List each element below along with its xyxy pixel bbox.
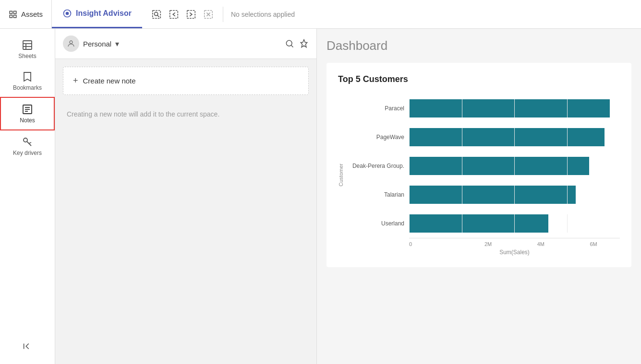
svg-rect-10	[187, 10, 195, 18]
sidebar: Sheets Bookmarks Notes Key drivers	[0, 29, 55, 364]
bar-fill	[409, 157, 589, 175]
svg-line-8	[157, 15, 159, 17]
svg-rect-0	[10, 11, 12, 13]
sidebar-bottom	[0, 337, 55, 357]
search-selections-icon[interactable]	[149, 7, 164, 22]
dashboard-title: Dashboard	[327, 38, 631, 53]
svg-rect-2	[10, 15, 12, 17]
y-axis-label: Customer	[338, 164, 344, 187]
bar-label: PageWave	[347, 134, 409, 141]
bar-label: Userland	[347, 220, 409, 227]
bar-track	[409, 214, 620, 233]
sidebar-item-bookmarks[interactable]: Bookmarks	[0, 65, 55, 97]
x-tick: 4M	[515, 241, 568, 247]
dashboard-area: Dashboard Top 5 Customers Customer Parac…	[317, 29, 641, 364]
bar-row: Userland	[347, 209, 620, 238]
bar-row: PageWave	[347, 123, 620, 152]
sidebar-item-notes[interactable]: Notes	[0, 97, 55, 130]
x-axis: 02M4M6M	[409, 238, 620, 247]
create-note-label: Create new note	[83, 77, 136, 85]
notes-icon	[22, 104, 33, 115]
bookmarks-icon	[22, 71, 33, 82]
bookmarks-label: Bookmarks	[13, 84, 42, 91]
x-tick: 6M	[567, 241, 620, 247]
bar-row: Deak-Perera Group.	[347, 152, 620, 180]
bar-fill	[409, 186, 576, 204]
chevron-down-icon: ▾	[115, 39, 119, 48]
assets-label: Assets	[21, 10, 43, 18]
pin-icon[interactable]	[299, 39, 309, 48]
x-tick: 2M	[462, 241, 515, 247]
insight-advisor-tab[interactable]: Insight Advisor	[52, 0, 142, 28]
svg-rect-3	[14, 15, 16, 17]
bar-track	[409, 186, 620, 204]
collapse-sidebar-button[interactable]	[18, 337, 36, 357]
key-drivers-icon	[22, 136, 33, 148]
bar-track	[409, 99, 620, 117]
svg-point-22	[24, 138, 27, 142]
clear-selections-icon[interactable]	[201, 7, 216, 22]
chart-title: Top 5 Customers	[338, 74, 620, 84]
insight-icon	[62, 9, 72, 18]
svg-rect-9	[170, 10, 178, 18]
toolbar-actions	[142, 7, 223, 22]
create-note-button[interactable]: + Create new note	[63, 67, 309, 95]
sheets-label: Sheets	[18, 53, 36, 59]
bar-track	[409, 128, 620, 146]
grid-icon	[9, 10, 17, 19]
chart-inner: Paracel PageWave Deak-Perera Group. Tala…	[347, 94, 620, 256]
svg-rect-1	[14, 11, 16, 13]
personal-label: Personal	[83, 40, 111, 48]
assets-tab[interactable]: Assets	[0, 0, 52, 28]
chart-card: Top 5 Customers Customer Paracel PageWav…	[327, 63, 631, 267]
back-icon[interactable]	[166, 7, 181, 22]
forward-icon[interactable]	[183, 7, 199, 22]
notes-header: Personal ▾	[55, 29, 316, 59]
sheets-icon	[22, 39, 33, 51]
no-selections-label: No selections applied	[223, 11, 302, 18]
bar-fill	[409, 214, 548, 233]
notes-header-actions	[285, 39, 309, 48]
bar-row: Paracel	[347, 94, 620, 123]
bar-label: Paracel	[347, 105, 409, 112]
notes-hint-text: Creating a new note will add it to the c…	[55, 103, 316, 126]
svg-point-5	[66, 12, 69, 15]
key-drivers-label: Key drivers	[13, 150, 42, 156]
bar-fill	[409, 99, 610, 117]
collapse-icon	[22, 341, 33, 352]
main-layout: Sheets Bookmarks Notes Key drivers	[0, 29, 641, 364]
sidebar-item-sheets[interactable]: Sheets	[0, 34, 55, 65]
bar-label: Deak-Perera Group.	[347, 163, 409, 169]
bar-fill	[409, 128, 605, 146]
plus-icon: +	[73, 76, 78, 86]
insight-advisor-label: Insight Advisor	[76, 9, 132, 18]
notes-label: Notes	[20, 117, 35, 124]
personal-space-selector[interactable]: Personal ▾	[63, 35, 119, 52]
bar-row: Talarian	[347, 180, 620, 209]
svg-point-26	[70, 41, 73, 44]
svg-line-24	[29, 142, 31, 143]
svg-point-27	[286, 40, 292, 46]
bar-label: Talarian	[347, 191, 409, 198]
sidebar-item-key-drivers[interactable]: Key drivers	[0, 130, 55, 162]
search-notes-icon[interactable]	[285, 39, 294, 48]
x-tick: 0	[409, 241, 462, 247]
notes-panel: Personal ▾ + Create new note Creating a …	[55, 29, 317, 364]
x-axis-label: Sum(Sales)	[409, 249, 620, 256]
bar-track	[409, 157, 620, 175]
bars-area: Paracel PageWave Deak-Perera Group. Tala…	[347, 94, 620, 238]
bar-chart: Customer Paracel PageWave Deak-Perera Gr…	[338, 94, 620, 256]
topbar: Assets Insight Advisor	[0, 0, 641, 29]
svg-point-7	[154, 12, 157, 15]
svg-line-28	[291, 45, 293, 47]
user-avatar-icon	[63, 35, 79, 52]
svg-rect-14	[23, 41, 32, 49]
svg-rect-6	[153, 10, 161, 18]
